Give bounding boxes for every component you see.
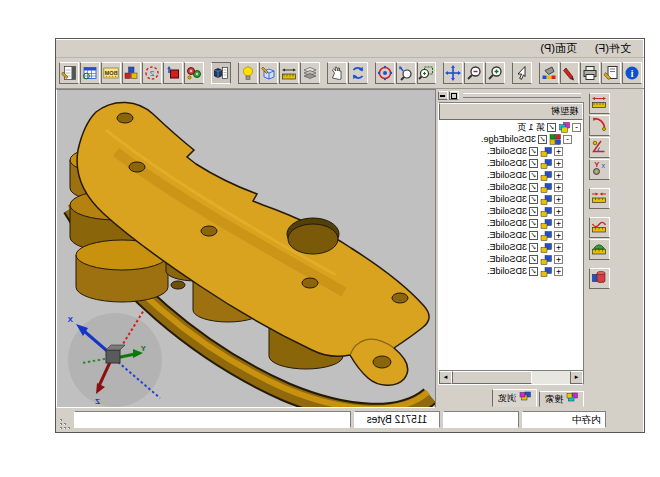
panel-minimize-button[interactable]: [438, 91, 448, 100]
measure-distance-button[interactable]: [589, 188, 610, 209]
expander-icon[interactable]: +: [554, 267, 563, 276]
expander-icon[interactable]: +: [554, 183, 563, 192]
visibility-checkbox[interactable]: ✓: [529, 231, 538, 240]
visibility-checkbox[interactable]: ✓: [529, 159, 538, 168]
light-button[interactable]: [238, 62, 258, 84]
measure-length-button[interactable]: [589, 93, 610, 114]
expander-icon[interactable]: +: [554, 195, 563, 204]
capture-button[interactable]: [163, 62, 183, 84]
measure-area-button[interactable]: [589, 239, 610, 260]
model-edit-button[interactable]: [259, 62, 279, 84]
visibility-checkbox[interactable]: ✓: [529, 219, 538, 228]
part-icon: [540, 170, 552, 181]
colored-cubes-icon: [124, 65, 140, 81]
tree-row-part[interactable]: +✓3DSolidE.: [439, 253, 583, 265]
tree-row-part[interactable]: +✓3DSolidE.: [439, 193, 583, 205]
ring-2-button[interactable]: 2: [142, 62, 162, 84]
model-tree-panel: 模型树 - ✓ 第 1 页 - ✓ 3DSolidEdge. +✓3DS: [436, 89, 586, 408]
bom-button[interactable]: BOM: [101, 62, 121, 84]
select-button[interactable]: [512, 62, 532, 84]
scroll-right-button[interactable]: ►: [439, 371, 452, 384]
visibility-checkbox[interactable]: ✓: [529, 243, 538, 252]
tree-row-part[interactable]: +✓3DSolidE.: [439, 265, 583, 277]
measure-curve-length-button[interactable]: [589, 217, 610, 238]
expander-icon[interactable]: +: [554, 171, 563, 180]
tree-row-label: 3DSolidE.: [487, 218, 527, 228]
expander-icon[interactable]: -: [563, 135, 572, 144]
part-icon: [540, 194, 552, 205]
part-icon: [540, 182, 552, 193]
visibility-checkbox[interactable]: ✓: [529, 267, 538, 276]
triad-z-label: Z: [95, 397, 100, 406]
visibility-checkbox[interactable]: ✓: [547, 123, 556, 132]
tree-row-part[interactable]: +✓3DSolidE.: [439, 169, 583, 181]
expander-icon[interactable]: +: [554, 255, 563, 264]
print-button[interactable]: [580, 62, 600, 84]
tree-row-part[interactable]: +✓3DSolidE.: [439, 241, 583, 253]
visibility-checkbox[interactable]: ✓: [529, 147, 538, 156]
expander-icon[interactable]: -: [572, 123, 581, 132]
measure-angle-button[interactable]: [589, 137, 610, 158]
zoom-target-button[interactable]: [375, 62, 395, 84]
blocks-button[interactable]: [122, 62, 142, 84]
report-table-button[interactable]: [59, 62, 79, 84]
expander-icon[interactable]: +: [554, 147, 563, 156]
info-button[interactable]: i: [622, 62, 642, 84]
expander-icon[interactable]: +: [554, 231, 563, 240]
expander-icon[interactable]: +: [554, 159, 563, 168]
tab-search[interactable]: 搜索: [539, 391, 584, 407]
panel-restore-button[interactable]: [449, 91, 459, 100]
document-properties-button[interactable]: [601, 62, 621, 84]
svg-text:i: i: [630, 68, 633, 79]
tree-row-part[interactable]: +✓3DSolidE.: [439, 157, 583, 169]
layers-button[interactable]: [300, 62, 320, 84]
menu-page[interactable]: 页面(P): [531, 40, 586, 57]
menu-bar: 文件(F) 页面(P): [56, 39, 644, 58]
tree-row-page[interactable]: - ✓ 第 1 页: [439, 121, 583, 133]
grid-table-button[interactable]: [80, 62, 100, 84]
tree-row-assembly[interactable]: - ✓ 3DSolidEdge.: [439, 133, 583, 145]
visibility-checkbox[interactable]: ✓: [529, 183, 538, 192]
expander-icon[interactable]: +: [554, 219, 563, 228]
visibility-checkbox[interactable]: ✓: [529, 255, 538, 264]
visibility-checkbox[interactable]: ✓: [529, 207, 538, 216]
expander-icon[interactable]: +: [554, 243, 563, 252]
expander-icon[interactable]: +: [554, 207, 563, 216]
measure-coordinates-button[interactable]: xY: [589, 159, 610, 180]
measure-radius-button[interactable]: [589, 115, 610, 136]
page-icon: [558, 122, 570, 133]
zoom-dynamic-button[interactable]: [396, 62, 416, 84]
measure-ruler-button[interactable]: [279, 62, 299, 84]
measure-volume-button[interactable]: [589, 268, 610, 289]
fill-colors-button[interactable]: [539, 62, 559, 84]
tab-browse[interactable]: 浏览: [492, 389, 537, 407]
visibility-checkbox[interactable]: ✓: [529, 171, 538, 180]
visibility-checkbox[interactable]: ✓: [529, 195, 538, 204]
tree-row-part[interactable]: +✓3DSolidE.: [439, 205, 583, 217]
main-toolbar: i 2 BOM: [56, 58, 644, 89]
zoom-in-button[interactable]: [485, 62, 505, 84]
gears-button[interactable]: [184, 62, 204, 84]
resize-grip[interactable]: [58, 416, 71, 429]
minimize-icon: [441, 95, 446, 97]
scroll-left-button[interactable]: ◄: [570, 371, 583, 384]
tree-horizontal-scrollbar[interactable]: ◄ ►: [439, 370, 583, 384]
visibility-checkbox[interactable]: ✓: [538, 135, 547, 144]
model-tree-toggle-button[interactable]: [211, 62, 231, 84]
refresh-button[interactable]: [348, 62, 368, 84]
tree-row-part[interactable]: +✓3DSolidE.: [439, 181, 583, 193]
tree-row-label: 3DSolidE.: [487, 146, 527, 156]
pan-button[interactable]: [443, 62, 463, 84]
menu-file[interactable]: 文件(F): [586, 40, 640, 57]
scroll-thumb[interactable]: [452, 371, 532, 384]
scroll-track[interactable]: [452, 371, 570, 384]
annotate-pen-button[interactable]: [560, 62, 580, 84]
tree-row-part[interactable]: +✓3DSolidE.: [439, 145, 583, 157]
zoom-window-button[interactable]: [417, 62, 437, 84]
zoom-out-button[interactable]: [464, 62, 484, 84]
tree-row-part[interactable]: +✓3DSolidE.: [439, 217, 583, 229]
panel-grab-bar[interactable]: [438, 90, 584, 101]
hand-pan-button[interactable]: [327, 62, 347, 84]
tree-row-part[interactable]: +✓3DSolidE.: [439, 229, 583, 241]
viewport-3d[interactable]: X Y Z: [56, 89, 436, 408]
